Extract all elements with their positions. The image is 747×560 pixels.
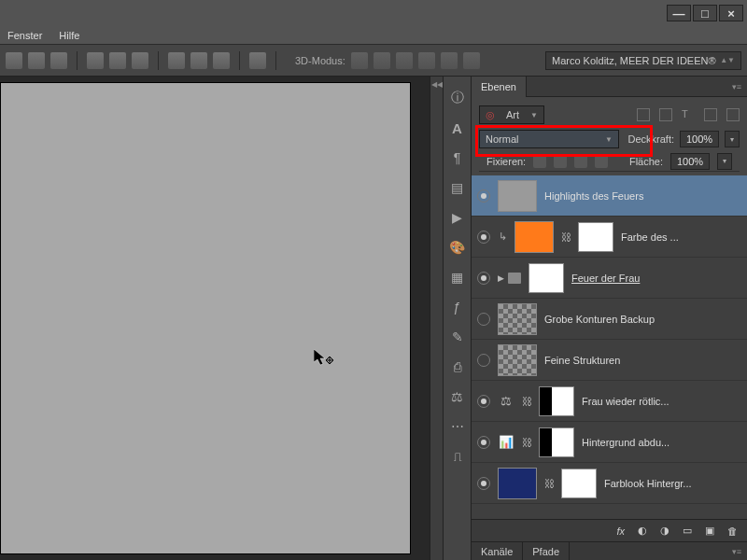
layer-row[interactable]: ⛓Farblook Hintergr...: [472, 463, 747, 504]
layers-tab[interactable]: Ebenen: [472, 77, 527, 97]
channels-tab[interactable]: Kanäle: [472, 542, 523, 561]
settings-icon[interactable]: ⋯: [449, 418, 466, 435]
layer-thumbnail[interactable]: [498, 303, 537, 335]
distribute-icon[interactable]: [249, 52, 266, 69]
panel-menu-icon[interactable]: ▾≡: [726, 547, 747, 556]
visibility-toggle[interactable]: [477, 354, 490, 367]
grid-icon[interactable]: ▦: [449, 269, 466, 286]
fill-stepper[interactable]: ▾: [717, 153, 732, 170]
trash-icon[interactable]: 🗑: [727, 525, 738, 537]
layer-name[interactable]: Hintergrund abdu...: [582, 437, 741, 448]
layer-row[interactable]: Grobe Konturen Backup: [472, 299, 747, 340]
layer-thumbnail[interactable]: [514, 221, 554, 253]
group-icon[interactable]: ▭: [683, 525, 692, 537]
3d-icon[interactable]: [396, 52, 413, 69]
opacity-stepper[interactable]: ▾: [725, 131, 740, 147]
menu-fenster[interactable]: Fenster: [7, 30, 42, 41]
maximize-button[interactable]: □: [693, 5, 717, 21]
3d-icon[interactable]: [441, 52, 458, 69]
folder-icon: [508, 273, 521, 284]
visibility-toggle[interactable]: [477, 395, 490, 408]
workspace-selector[interactable]: Marco Kolditz, MEER DER IDEEN® ▲▼: [545, 51, 741, 70]
clone-icon[interactable]: ⎙: [449, 358, 466, 375]
layers-icon[interactable]: ▤: [449, 179, 466, 196]
adjustment-icon[interactable]: ◑: [660, 525, 669, 537]
paragraph-icon[interactable]: ¶: [449, 149, 466, 166]
filter-shape-icon[interactable]: [704, 108, 717, 121]
layer-name[interactable]: Farbe des ...: [621, 231, 741, 243]
visibility-toggle[interactable]: [477, 313, 490, 326]
distribute-icon[interactable]: [109, 52, 126, 69]
close-button[interactable]: ×: [719, 5, 743, 21]
layer-row[interactable]: ▶Feuer der Frau: [472, 258, 747, 299]
paths-tab[interactable]: Pfade: [523, 542, 570, 561]
panel-menu-icon[interactable]: ▾≡: [726, 82, 747, 91]
mask-icon[interactable]: ◐: [638, 525, 647, 537]
menu-hilfe[interactable]: Hilfe: [59, 30, 79, 41]
swatches-icon[interactable]: 🎨: [449, 239, 466, 256]
visibility-toggle[interactable]: [477, 272, 490, 285]
layer-row[interactable]: Highlights des Feuers: [472, 175, 747, 217]
visibility-toggle[interactable]: [477, 436, 490, 449]
brush-icon[interactable]: ƒ: [449, 299, 466, 315]
layer-name[interactable]: Highlights des Feuers: [544, 190, 741, 202]
blend-mode-select[interactable]: Normal ▼: [479, 130, 619, 148]
distribute-icon[interactable]: [168, 52, 185, 69]
visibility-toggle[interactable]: [477, 189, 490, 203]
histogram-icon[interactable]: ⎍: [449, 448, 466, 465]
lock-icon[interactable]: [595, 155, 608, 168]
layer-row[interactable]: Feine Strukturen: [472, 340, 747, 381]
play-icon[interactable]: ▶: [449, 209, 466, 226]
distribute-icon[interactable]: [213, 52, 230, 69]
layer-thumbnail[interactable]: [498, 344, 537, 376]
layer-filter-select[interactable]: ◎Art▼: [479, 105, 544, 124]
layer-row[interactable]: ⚖⛓Frau wieder rötlic...: [472, 381, 747, 422]
info-icon[interactable]: ⓘ: [449, 90, 466, 106]
distribute-icon[interactable]: [190, 52, 207, 69]
layer-row[interactable]: ↳⛓Farbe des ...: [472, 217, 747, 258]
align-icon[interactable]: [6, 52, 22, 69]
lock-position-icon[interactable]: [554, 155, 567, 168]
workspace-name: Marco Kolditz, MEER DER IDEEN®: [552, 55, 716, 66]
options-bar: 3D-Modus: Marco Kolditz, MEER DER IDEEN®…: [0, 45, 747, 77]
document-canvas[interactable]: [0, 82, 411, 554]
align-icon[interactable]: [50, 52, 67, 69]
3d-icon[interactable]: [374, 52, 390, 69]
lock-all-icon[interactable]: [574, 155, 587, 168]
disclosure-icon[interactable]: ▶: [498, 273, 504, 283]
opacity-input[interactable]: 100%: [680, 131, 719, 147]
layer-row[interactable]: 📊⛓Hintergrund abdu...: [472, 422, 747, 463]
filter-pixel-icon[interactable]: [637, 108, 650, 121]
brush-preset-icon[interactable]: ✎: [449, 329, 466, 345]
character-icon[interactable]: A: [449, 119, 466, 136]
layer-mask[interactable]: [539, 386, 574, 416]
3d-icon[interactable]: [463, 52, 480, 69]
align-icon[interactable]: [28, 52, 45, 69]
fx-icon[interactable]: fx: [616, 525, 625, 537]
filter-smart-icon[interactable]: [726, 108, 740, 121]
layer-name[interactable]: Feine Strukturen: [544, 355, 741, 366]
layer-thumbnail[interactable]: [498, 180, 537, 212]
layer-name[interactable]: Feuer der Frau: [571, 273, 741, 284]
distribute-icon[interactable]: [87, 52, 104, 69]
layer-mask[interactable]: [561, 469, 597, 498]
visibility-toggle[interactable]: [477, 231, 490, 244]
minimize-button[interactable]: —: [667, 5, 691, 21]
lock-pixels-icon[interactable]: [533, 155, 546, 168]
layer-mask[interactable]: [529, 263, 564, 293]
3d-icon[interactable]: [351, 52, 368, 69]
layer-mask[interactable]: [539, 427, 574, 457]
new-layer-icon[interactable]: ▣: [705, 525, 714, 537]
layer-mask[interactable]: [578, 222, 613, 252]
layer-name[interactable]: Frau wieder rötlic...: [582, 396, 741, 407]
layer-name[interactable]: Farblook Hintergr...: [604, 478, 741, 489]
visibility-toggle[interactable]: [477, 477, 490, 490]
fill-input[interactable]: 100%: [670, 153, 710, 170]
collapse-icon[interactable]: ◀◀: [430, 77, 443, 560]
3d-icon[interactable]: [418, 52, 435, 69]
tool-preset-icon[interactable]: ⚖: [449, 388, 466, 405]
distribute-icon[interactable]: [132, 52, 148, 69]
layer-thumbnail[interactable]: [498, 468, 537, 499]
filter-adjust-icon[interactable]: [659, 108, 672, 121]
layer-name[interactable]: Grobe Konturen Backup: [544, 314, 741, 325]
